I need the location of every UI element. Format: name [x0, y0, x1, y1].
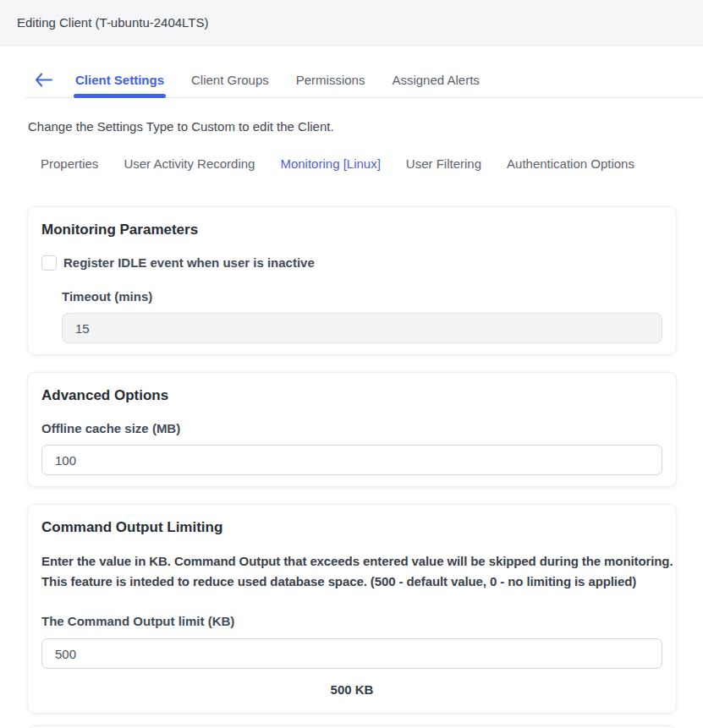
back-button[interactable]: [35, 73, 52, 87]
timeout-input: [62, 313, 662, 343]
timeout-field-group: Timeout (mins): [62, 289, 662, 343]
page-title: Editing Client (T-ubuntu-2404LTS): [17, 15, 209, 30]
subtab-authentication-options[interactable]: Authentication Options: [507, 156, 634, 171]
subtab-monitoring-linux[interactable]: Monitoring [Linux]: [280, 156, 380, 171]
card-title-command-output-limiting: Command Output Limiting: [41, 518, 662, 536]
monitoring-parameters-card: Monitoring Parameters Register IDLE even…: [27, 206, 677, 355]
window-header: Editing Client (T-ubuntu-2404LTS): [0, 0, 703, 46]
command-output-limiting-card: Command Output Limiting Enter the value …: [27, 504, 677, 714]
idle-event-checkbox-row: Register IDLE event when user is inactiv…: [41, 255, 662, 271]
timeout-label: Timeout (mins): [62, 289, 662, 304]
tab-client-groups[interactable]: Client Groups: [191, 73, 269, 87]
limit-value-display: 500 KB: [41, 682, 662, 698]
command-output-limit-input[interactable]: [41, 638, 662, 669]
tab-bar: Client Settings Client Groups Permission…: [25, 46, 703, 98]
subtab-user-filtering[interactable]: User Filtering: [406, 156, 481, 171]
command-output-limit-label: The Command Output limit (KB): [41, 614, 662, 628]
advanced-options-card: Advanced Options Offline cache size (MB): [27, 372, 677, 487]
card-title-monitoring-parameters: Monitoring Parameters: [41, 221, 662, 238]
tab-list: Client Settings Client Groups Permission…: [75, 73, 480, 87]
subtab-bar: Properties User Activity Recording Monit…: [41, 156, 703, 171]
command-output-description: Enter the value in KB. Command Output th…: [41, 551, 662, 592]
tab-client-settings[interactable]: Client Settings: [75, 73, 164, 87]
subtab-properties[interactable]: Properties: [41, 156, 98, 171]
card-title-advanced-options: Advanced Options: [41, 386, 662, 404]
tab-permissions[interactable]: Permissions: [296, 73, 365, 87]
tab-assigned-alerts[interactable]: Assigned Alerts: [392, 73, 479, 87]
offline-cache-label: Offline cache size (MB): [41, 421, 662, 435]
settings-panel: Monitoring Parameters Register IDLE even…: [27, 206, 677, 728]
description-line-1: Enter the value in KB. Command Output th…: [41, 551, 662, 572]
settings-type-notice: Change the Settings Type to Custom to ed…: [28, 119, 678, 134]
idle-event-checkbox[interactable]: [41, 255, 57, 271]
offline-cache-input[interactable]: [41, 445, 662, 475]
arrow-left-icon: [35, 73, 52, 87]
idle-event-checkbox-label: Register IDLE event when user is inactiv…: [63, 255, 315, 271]
description-line-2: This feature is inteded to reduce used d…: [41, 572, 662, 592]
subtab-user-activity-recording[interactable]: User Activity Recording: [124, 156, 255, 171]
